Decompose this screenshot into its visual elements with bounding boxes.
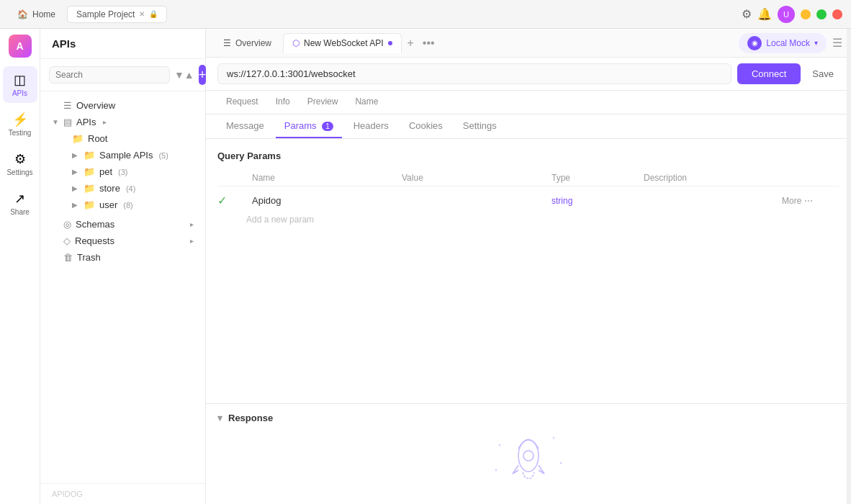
arrow-icon: ▶: [72, 151, 79, 159]
arrow-icon: ▶: [72, 201, 79, 209]
sidebar-item-settings[interactable]: ⚙ Settings: [3, 145, 37, 182]
apidog-logo-text: APIDOG: [52, 490, 83, 498]
mock-chevron-icon: ▾: [814, 39, 818, 47]
sub-tab-preview[interactable]: Preview: [299, 91, 347, 114]
filter-button[interactable]: ▼▲: [174, 65, 194, 85]
response-section: ▾ Response .rocket-stroke { stroke: #c5b…: [206, 403, 851, 504]
schemas-arrow-icon: ▸: [190, 220, 194, 228]
sidebar-item-testing[interactable]: ⚡ Testing: [3, 106, 37, 143]
method-tab-message[interactable]: Message: [217, 114, 273, 138]
tree-item-schemas-label: Schemas: [76, 219, 114, 230]
col-name: Name: [252, 173, 396, 183]
tab-overview[interactable]: ☰ Overview: [215, 34, 280, 53]
scrollbar[interactable]: [847, 29, 851, 504]
pet-count: (3): [118, 168, 127, 176]
col-value: Value: [402, 173, 546, 183]
params-table-header: Name Value Type Description: [217, 170, 839, 186]
svg-point-1: [553, 437, 555, 439]
tree-item-apis[interactable]: ▼ ▤ APIs ▸: [40, 114, 205, 130]
home-icon: 🏠: [17, 9, 28, 19]
tree-item-trash[interactable]: 🗑 Trash: [40, 249, 205, 266]
content-area: Query Params Name Value Type Description…: [206, 139, 851, 403]
sub-tab-request-label: Request: [226, 96, 258, 107]
project-tab[interactable]: Sample Project ✕ 🔒: [67, 6, 167, 23]
root-folder-icon: 📁: [72, 133, 84, 144]
avatar[interactable]: U: [778, 6, 795, 23]
rocket-area: .rocket-stroke { stroke: #c5b8ff; stroke…: [217, 423, 839, 495]
sub-tab-preview-label: Preview: [307, 96, 338, 107]
titlebar-actions: ⚙ 🔔 U – □ ✕: [742, 6, 842, 23]
bell-icon[interactable]: 🔔: [757, 7, 772, 21]
tree-item-pet[interactable]: ▶ 📁 pet (3): [40, 163, 205, 180]
overview-tab-icon: ☰: [223, 38, 231, 48]
search-input[interactable]: [49, 66, 170, 84]
apis-icon: ◫: [14, 72, 26, 88]
overview-icon: ☰: [63, 100, 72, 111]
params-table: Name Value Type Description ✓ Apidog str…: [217, 170, 839, 228]
sub-tab-info[interactable]: Info: [267, 91, 299, 114]
param-more-button[interactable]: More ⋯: [782, 196, 839, 206]
project-tab-close[interactable]: ✕: [139, 10, 145, 18]
param-name[interactable]: Apidog: [252, 195, 396, 206]
arrow-icon: ▶: [72, 184, 79, 192]
sidebar-item-apis[interactable]: ◫ APIs: [3, 66, 37, 103]
col-actions: [782, 173, 839, 183]
method-tab-params[interactable]: Params 1: [276, 114, 342, 138]
tree-item-store[interactable]: ▶ 📁 store (4): [40, 180, 205, 197]
user-count: (8): [123, 201, 132, 210]
home-tab-label: Home: [32, 9, 55, 19]
svg-point-5: [523, 451, 533, 461]
sample-apis-count: (5): [158, 151, 168, 160]
home-tab[interactable]: 🏠 Home: [9, 6, 64, 22]
tab-add-button[interactable]: +: [405, 34, 417, 53]
apis-expand-icon: ▸: [103, 118, 107, 126]
url-bar: Connect Save: [206, 58, 851, 91]
add-button[interactable]: +: [199, 65, 207, 85]
connect-button[interactable]: Connect: [737, 63, 801, 84]
sample-apis-icon: 📁: [84, 150, 95, 161]
response-header[interactable]: ▾ Response: [217, 413, 839, 423]
response-title: Response: [228, 413, 273, 423]
sub-tab-request[interactable]: Request: [217, 91, 267, 114]
tab-more-button[interactable]: •••: [420, 34, 438, 53]
tree-item-root[interactable]: 📁 Root: [40, 130, 205, 147]
local-mock-selector[interactable]: ◉ Local Mock ▾: [739, 33, 827, 53]
tree-item-sample-apis[interactable]: ▶ 📁 Sample APIs (5): [40, 147, 205, 163]
sub-tab-name[interactable]: Name: [346, 91, 387, 114]
url-input[interactable]: [217, 63, 731, 84]
schemas-icon: ◎: [63, 219, 71, 230]
menu-icon[interactable]: ☰: [832, 36, 842, 50]
headers-tab-label: Headers: [354, 120, 389, 131]
save-button[interactable]: Save: [806, 63, 839, 84]
left-panel-title: APIs: [52, 37, 76, 50]
settings-icon: ⚙: [14, 151, 26, 167]
apis-folder-icon: ▤: [63, 117, 72, 127]
tree-item-requests-label: Requests: [75, 235, 114, 246]
gear-icon[interactable]: ⚙: [742, 7, 752, 21]
tree-item-requests[interactable]: ◇ Requests ▸: [40, 233, 205, 249]
response-chevron-icon: ▾: [217, 413, 222, 423]
mock-icon: ◉: [747, 36, 762, 50]
left-panel: APIs ▼▲ + ☰ Overview ▼ ▤ APIs ▸: [40, 29, 206, 504]
tree-area: ☰ Overview ▼ ▤ APIs ▸ 📁 Root ▶ 📁 Sample …: [40, 91, 205, 483]
sidebar-item-share[interactable]: ↗ Share: [3, 185, 37, 222]
tree-item-root-label: Root: [88, 133, 107, 144]
method-tab-settings[interactable]: Settings: [454, 114, 505, 138]
method-tab-headers[interactable]: Headers: [345, 114, 397, 138]
store-count: (4): [126, 184, 135, 193]
restore-button[interactable]: □: [816, 9, 827, 19]
tab-websocket[interactable]: ⬡ New WebSocket API: [283, 33, 402, 53]
tab-overview-label: Overview: [235, 38, 271, 48]
tree-item-user[interactable]: ▶ 📁 user (8): [40, 197, 205, 213]
settings-tab-label: Settings: [463, 120, 497, 131]
arrow-icon: ▼: [52, 118, 59, 126]
minimize-button[interactable]: –: [801, 9, 811, 19]
close-button[interactable]: ✕: [832, 9, 842, 19]
sub-tab-name-label: Name: [355, 96, 378, 107]
tree-item-overview[interactable]: ☰ Overview: [40, 97, 205, 114]
tree-item-schemas[interactable]: ◎ Schemas ▸: [40, 216, 205, 233]
params-tab-label: Params: [284, 120, 317, 131]
method-tab-cookies[interactable]: Cookies: [400, 114, 451, 138]
param-check-icon[interactable]: ✓: [217, 194, 246, 207]
add-param-button[interactable]: Add a new param: [217, 212, 839, 228]
